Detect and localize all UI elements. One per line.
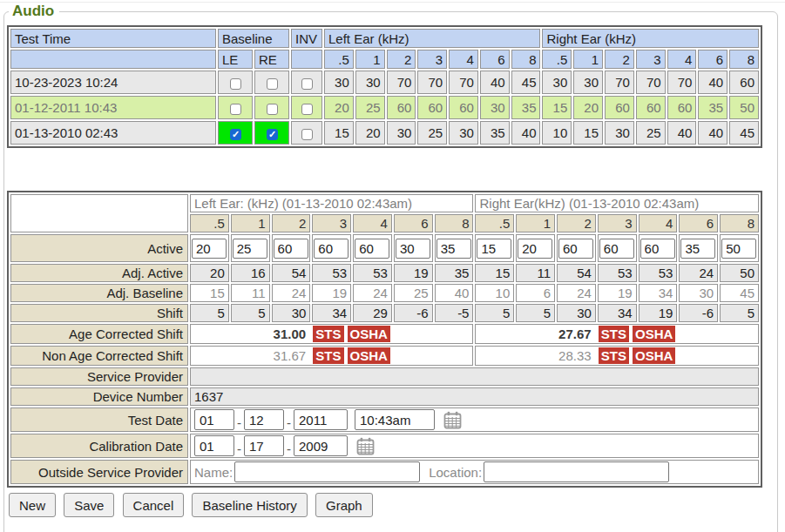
active-threshold-input[interactable] [274, 239, 308, 259]
active-threshold-input[interactable] [640, 239, 675, 259]
baseline-re-cell[interactable] [254, 71, 289, 94]
threshold-cell: 35 [480, 121, 510, 145]
baseline-le-cell[interactable] [218, 96, 253, 119]
baseline-le-cell[interactable] [218, 121, 253, 145]
threshold-cell: 40 [511, 121, 541, 145]
shift-cell: -6 [394, 304, 433, 322]
baseline-le-checkbox[interactable] [230, 104, 241, 115]
freq-header: 3 [636, 50, 666, 69]
freq-header: 3 [598, 214, 637, 232]
calibration-year-input[interactable] [294, 435, 348, 456]
baseline-le-checkbox[interactable] [230, 78, 241, 90]
test-date-year-input[interactable] [294, 409, 348, 430]
adj-baseline-cell: 24 [272, 284, 311, 302]
row-label: Active [10, 234, 188, 262]
calendar-icon[interactable] [443, 411, 462, 429]
adj-baseline-cell: 30 [679, 284, 718, 302]
active-cell [516, 234, 555, 262]
test-date-month-input[interactable] [194, 409, 234, 430]
baseline-le-cell[interactable] [218, 71, 253, 94]
age-corrected-shift-row: Age Corrected Shift 31.00 STSOSHA 27.67 … [10, 324, 759, 344]
active-threshold-input[interactable] [192, 239, 227, 259]
age-corrected-right-cell: 27.67 STSOSHA [475, 324, 759, 344]
active-cell [312, 234, 351, 262]
baseline-re-checkbox[interactable] [267, 104, 278, 115]
row-label: Outside Service Provider [10, 460, 188, 484]
shift-cell: 5 [231, 304, 270, 322]
freq-header: 6 [480, 50, 510, 69]
adj-active-cell: 11 [516, 264, 555, 282]
baseline-le-checkbox-checked[interactable] [230, 129, 241, 140]
calibration-month-input[interactable] [194, 435, 234, 456]
freq-header: 4 [667, 50, 697, 69]
freq-header: 3 [312, 214, 351, 232]
shift-cell: 5 [516, 304, 555, 322]
active-threshold-input[interactable] [680, 239, 715, 259]
left-ear-header: Left Ear: (kHz) (01-13-2010 02:43am) [190, 194, 473, 212]
inv-cell[interactable] [291, 121, 322, 145]
test-time-input[interactable] [355, 409, 435, 430]
active-threshold-input[interactable] [355, 239, 389, 259]
provider-location-input[interactable] [484, 461, 669, 482]
audio-section: Audio Test Time Baseline INV Left Ear (k… [3, 3, 778, 532]
freq-header: 6 [679, 214, 718, 232]
active-threshold-input[interactable] [518, 239, 552, 259]
calibration-date-cell: -- [190, 434, 759, 458]
new-button[interactable]: New [9, 493, 56, 517]
active-threshold-input[interactable] [558, 239, 593, 259]
calibration-day-input[interactable] [244, 435, 284, 456]
sts-badge: STS [313, 347, 343, 364]
test-row-2011: 01-12-2011 10:43 20 25 60 60 60 30 35 15… [10, 96, 759, 119]
calendar-icon[interactable] [356, 437, 375, 455]
inv-checkbox[interactable] [301, 129, 313, 140]
adj-baseline-cell: 24 [353, 284, 392, 302]
freq-header: 2 [557, 214, 596, 232]
active-threshold-input[interactable] [599, 239, 634, 259]
graph-button[interactable]: Graph [315, 493, 373, 517]
active-threshold-input[interactable] [477, 239, 511, 259]
active-threshold-input[interactable] [314, 239, 349, 259]
save-button[interactable]: Save [64, 493, 114, 517]
active-threshold-input[interactable] [396, 239, 430, 259]
osha-badge: OSHA [633, 347, 675, 364]
sts-badge: STS [599, 326, 629, 342]
threshold-cell: 40 [667, 121, 697, 145]
col-right-ear: Right Ear (kHz) [542, 29, 759, 48]
threshold-cell: 40 [698, 71, 727, 94]
active-threshold-input[interactable] [721, 239, 756, 259]
baseline-re-cell[interactable] [254, 121, 289, 145]
adj-active-cell: 16 [231, 264, 270, 282]
shift-cell: 34 [312, 304, 351, 322]
threshold-cell: 70 [417, 71, 447, 94]
active-cell [272, 234, 311, 262]
baseline-history-button[interactable]: Baseline History [192, 493, 307, 517]
test-date-day-input[interactable] [244, 409, 284, 430]
date-separator: - [237, 415, 241, 430]
age-corrected-right-value: 27.67 [558, 327, 592, 341]
inv-cell[interactable] [291, 96, 322, 119]
adj-active-cell: 15 [475, 264, 514, 282]
adj-baseline-cell: 45 [720, 284, 759, 302]
baseline-re-checkbox[interactable] [267, 78, 278, 90]
row-label: Test Date [10, 407, 188, 432]
active-threshold-input[interactable] [436, 239, 471, 259]
freq-header: 4 [639, 214, 678, 232]
adj-baseline-cell: 10 [475, 284, 514, 302]
freq-header: 1 [231, 214, 270, 232]
active-threshold-input[interactable] [233, 239, 267, 259]
baseline-re-cell[interactable] [254, 96, 289, 119]
action-bar: New Save Cancel Baseline History Graph [9, 493, 772, 517]
shift-cell: 34 [598, 304, 637, 322]
baseline-re-checkbox-checked[interactable] [267, 129, 278, 140]
inv-checkbox[interactable] [301, 104, 313, 115]
inv-cell[interactable] [291, 71, 322, 94]
col-left-ear: Left Ear (kHz) [324, 29, 540, 48]
threshold-cell: 70 [387, 71, 416, 94]
provider-name-input[interactable] [234, 461, 420, 482]
inv-checkbox[interactable] [301, 78, 313, 90]
threshold-cell: 30 [480, 96, 510, 119]
threshold-cell: 25 [355, 96, 385, 119]
cancel-button[interactable]: Cancel [123, 493, 185, 517]
active-cell [557, 234, 596, 262]
test-time-cell: 01-13-2010 02:43 [10, 121, 216, 145]
